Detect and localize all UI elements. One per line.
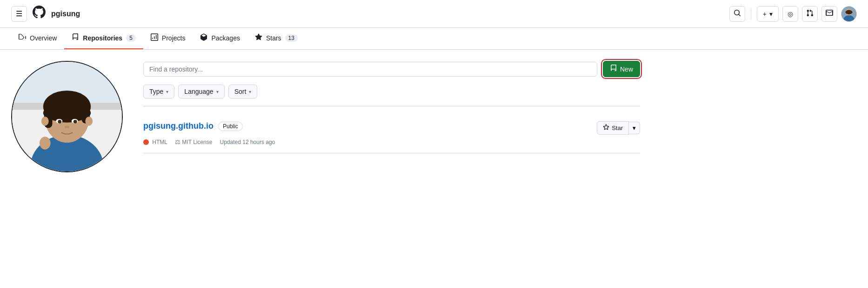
svg-point-22: [40, 137, 51, 150]
pull-request-icon: [806, 9, 814, 18]
inbox-icon: [826, 9, 833, 18]
star-button[interactable]: Star: [597, 121, 629, 135]
language-filter-button[interactable]: Language ▾: [178, 85, 224, 98]
type-chevron-icon: ▾: [166, 89, 168, 94]
svg-point-15: [41, 117, 49, 126]
new-repo-label: New: [620, 65, 633, 73]
pull-requests-button[interactable]: [802, 6, 818, 22]
svg-point-20: [65, 126, 69, 129]
star-button-group: Star ▾: [597, 121, 640, 135]
profile-avatar: [11, 61, 123, 172]
star-icon: [603, 124, 609, 132]
repo-name-row: pgisung.github.io Public: [143, 121, 243, 131]
create-dropdown-icon: ▾: [769, 10, 773, 18]
sort-chevron-icon: ▾: [249, 89, 251, 94]
avatar-image: [841, 7, 856, 21]
hamburger-icon: ☰: [16, 9, 22, 18]
repo-language-label: HTML: [152, 139, 167, 145]
tab-packages-label: Packages: [211, 34, 240, 42]
language-chevron-icon: ▾: [216, 89, 219, 94]
type-filter-label: Type: [149, 88, 163, 95]
new-repo-icon: [610, 65, 617, 73]
svg-point-2: [845, 10, 852, 14]
create-button[interactable]: + ▾: [757, 6, 779, 22]
stars-badge: 13: [285, 34, 298, 42]
tab-repositories-label: Repositories: [83, 34, 122, 42]
repositories-badge: 5: [126, 34, 136, 42]
repo-search-input[interactable]: [143, 62, 597, 77]
projects-icon: [151, 33, 158, 43]
repo-name-link[interactable]: pgisung.github.io: [143, 121, 214, 131]
copilot-button[interactable]: ◎: [782, 6, 798, 22]
tab-stars[interactable]: Stars 13: [247, 28, 305, 49]
nav-left: ☰ pgisung: [11, 6, 722, 22]
copilot-icon: ◎: [788, 10, 793, 18]
new-repo-button[interactable]: New: [603, 61, 640, 77]
repos-controls: New: [143, 61, 640, 77]
repositories-icon: [72, 33, 79, 43]
star-dropdown-chevron-icon: ▾: [633, 124, 636, 131]
top-nav: ☰ pgisung + ▾ ◎: [0, 0, 868, 28]
packages-icon: [200, 33, 207, 43]
repos-divider: [143, 106, 640, 106]
nav-username[interactable]: pgisung: [51, 10, 80, 18]
type-filter-button[interactable]: Type ▾: [143, 85, 174, 98]
nav-right: + ▾ ◎: [729, 6, 857, 22]
profile-tabs: Overview Repositories 5 Projects Package…: [0, 28, 868, 50]
tab-overview[interactable]: Overview: [11, 28, 64, 49]
tab-projects[interactable]: Projects: [143, 28, 193, 49]
stars-icon: [255, 33, 262, 43]
github-logo[interactable]: [33, 6, 46, 22]
tab-packages[interactable]: Packages: [193, 28, 247, 49]
tab-repositories[interactable]: Repositories 5: [64, 28, 143, 49]
hamburger-button[interactable]: ☰: [11, 6, 27, 22]
overview-icon: [19, 33, 26, 43]
table-row: pgisung.github.io Public Star ▾: [143, 114, 640, 153]
repo-license-label: MIT License: [182, 139, 212, 145]
repo-language: HTML: [143, 139, 167, 145]
user-avatar-button[interactable]: [841, 6, 857, 22]
tab-projects-label: Projects: [162, 34, 186, 42]
license-icon: ⚖: [175, 138, 180, 145]
filter-row: Type ▾ Language ▾ Sort ▾: [143, 85, 640, 98]
profile-sidebar: [11, 61, 132, 172]
repo-meta: HTML ⚖ MIT License Updated 12 hours ago: [143, 138, 640, 145]
inbox-button[interactable]: [821, 6, 837, 22]
language-filter-label: Language: [184, 88, 213, 95]
tab-overview-label: Overview: [30, 34, 57, 42]
star-label: Star: [612, 124, 623, 131]
search-wrapper: [143, 62, 597, 77]
profile-avatar-inner: [12, 62, 122, 171]
visibility-badge: Public: [218, 122, 243, 131]
tab-stars-label: Stars: [266, 34, 281, 42]
svg-point-14: [85, 117, 93, 126]
svg-point-19: [73, 120, 77, 124]
search-button[interactable]: [729, 6, 745, 22]
repos-section: New Type ▾ Language ▾ Sort ▾ pgisung.gi: [143, 61, 640, 172]
search-icon: [734, 9, 741, 18]
main-content: New Type ▾ Language ▾ Sort ▾ pgisung.gi: [0, 50, 651, 183]
repo-updated: Updated 12 hours ago: [220, 139, 275, 145]
svg-point-18: [58, 120, 61, 124]
sort-filter-button[interactable]: Sort ▾: [228, 85, 258, 98]
plus-icon: +: [763, 10, 767, 18]
repo-item-header: pgisung.github.io Public Star ▾: [143, 121, 640, 135]
repo-license: ⚖ MIT License: [175, 138, 212, 145]
sort-filter-label: Sort: [234, 88, 247, 95]
nav-divider: [751, 8, 751, 20]
star-dropdown-button[interactable]: ▾: [629, 122, 640, 134]
language-color-dot: [143, 139, 149, 145]
